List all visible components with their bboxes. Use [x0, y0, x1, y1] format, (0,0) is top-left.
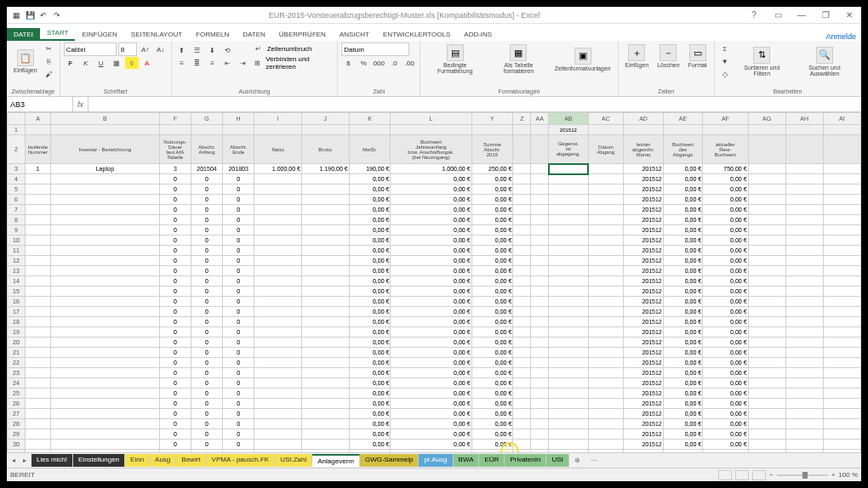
cell[interactable]: 1	[25, 164, 50, 174]
zoom-out-icon[interactable]: −	[769, 471, 774, 479]
col-header-H[interactable]: H	[223, 113, 254, 125]
col-header-AA[interactable]: AA	[531, 113, 549, 125]
minimize-icon[interactable]: —	[790, 7, 814, 24]
indent-right-icon[interactable]: ⇥	[237, 57, 250, 69]
col-header-AC[interactable]: AC	[588, 113, 624, 125]
bold-button[interactable]: F	[64, 57, 77, 69]
decrease-font-icon[interactable]: A↓	[154, 43, 168, 55]
cell[interactable]	[191, 125, 222, 135]
tab-developer[interactable]: ENTWICKLERTOOLS	[376, 28, 457, 41]
tab-start[interactable]: START	[40, 26, 75, 41]
row-header-23[interactable]: 23	[8, 368, 26, 378]
spreadsheet-grid[interactable]: ABFGHIJKLYZAAABACADAEAFAGAHAI12015122lau…	[7, 112, 861, 452]
row-header-17[interactable]: 17	[8, 307, 26, 317]
sheet-tab-einn[interactable]: Einn	[125, 454, 150, 467]
percent-icon[interactable]: %	[357, 57, 370, 69]
font-name-select[interactable]	[64, 43, 117, 56]
row-header-4[interactable]: 4	[8, 174, 26, 184]
col-header-AG[interactable]: AG	[748, 113, 785, 125]
cell[interactable]: 201803	[223, 164, 254, 174]
increase-font-icon[interactable]: A↑	[139, 43, 152, 55]
row-header-19[interactable]: 19	[8, 327, 26, 338]
align-center-icon[interactable]: ≣	[191, 57, 204, 69]
name-box[interactable]: AB3	[7, 97, 73, 111]
paste-button[interactable]: 📋 Einfügen	[10, 48, 41, 75]
cell[interactable]	[301, 125, 349, 135]
tab-data[interactable]: DATEN	[236, 28, 272, 41]
format-cells-button[interactable]: ▭Format	[685, 43, 711, 70]
table-header[interactable]: BuchwertJahresanfangbzw. Anschaffungsk.(…	[391, 135, 471, 164]
cell[interactable]: 1.000,00 €	[254, 164, 302, 174]
number-format-select[interactable]	[341, 43, 409, 56]
row-header-31[interactable]: 31	[8, 450, 26, 453]
cell[interactable]: 190,00 €	[349, 164, 391, 174]
row-header-21[interactable]: 21	[8, 348, 26, 358]
align-bottom-icon[interactable]: ⬇	[206, 44, 220, 56]
cell[interactable]	[51, 125, 160, 135]
col-header-I[interactable]: I	[254, 113, 302, 125]
table-header[interactable]: Gegenst.istabgegang.	[549, 135, 588, 164]
insert-cells-button[interactable]: ＋Einfügen	[622, 43, 653, 70]
increase-decimal-icon[interactable]: .0	[387, 57, 401, 69]
cell[interactable]	[624, 125, 663, 135]
row-header-22[interactable]: 22	[8, 358, 26, 368]
indent-left-icon[interactable]: ⇤	[221, 57, 235, 69]
undo-icon[interactable]: ↶	[37, 9, 49, 21]
zoom-in-icon[interactable]: +	[831, 471, 836, 479]
row-header-28[interactable]: 28	[8, 419, 26, 429]
copy-icon[interactable]: ⎘	[43, 55, 56, 67]
sheet-tab-bwa[interactable]: BWA	[454, 454, 480, 467]
table-header[interactable]: BuchwertdesAbgangs	[663, 135, 702, 164]
row-header-8[interactable]: 8	[8, 215, 26, 225]
row-header-29[interactable]: 29	[8, 429, 26, 440]
cut-icon[interactable]: ✂	[43, 43, 56, 54]
sheet-tab-pr-ausg[interactable]: pr.Ausg	[419, 454, 453, 467]
cell[interactable]: 201504	[191, 164, 222, 174]
row-header-26[interactable]: 26	[8, 399, 26, 409]
row-header-3[interactable]: 3	[8, 164, 26, 174]
table-header[interactable]: Netto	[254, 135, 302, 164]
row-header-6[interactable]: 6	[8, 195, 26, 205]
sheet-tab-ust-zahl[interactable]: USt.Zahl	[275, 454, 312, 467]
align-right-icon[interactable]: ≡	[206, 57, 220, 69]
cell[interactable]	[349, 125, 391, 135]
col-header-Z[interactable]: Z	[513, 113, 531, 125]
cell[interactable]: 201512	[624, 164, 663, 174]
table-header[interactable]: DatumAbgang	[588, 135, 624, 164]
cell[interactable]	[254, 125, 302, 135]
tab-formulas[interactable]: FORMELN	[189, 28, 236, 41]
cell[interactable]	[703, 125, 748, 135]
cell[interactable]	[748, 125, 785, 135]
cell[interactable]: 201512	[549, 125, 588, 135]
col-header-G[interactable]: G	[191, 113, 222, 125]
table-header[interactable]: aktuellerRest-Buchwert	[703, 135, 748, 164]
align-middle-icon[interactable]: ☰	[191, 44, 204, 56]
cell[interactable]: 1.000,00 €	[391, 164, 471, 174]
align-top-icon[interactable]: ⬆	[175, 44, 189, 56]
tab-review[interactable]: ÜBERPRÜFEN	[272, 28, 333, 41]
row-header-27[interactable]: 27	[8, 409, 26, 419]
row-header-24[interactable]: 24	[8, 378, 26, 389]
row-header-16[interactable]: 16	[8, 297, 26, 307]
row-header-15[interactable]: 15	[8, 287, 26, 297]
col-header-AE[interactable]: AE	[663, 113, 702, 125]
sheet-tab-gwg-sammelp[interactable]: GWG-Sammelp	[360, 454, 419, 467]
col-header-K[interactable]: K	[349, 113, 391, 125]
table-header[interactable]: letzterabgeschr.Monat	[624, 135, 663, 164]
cell[interactable]	[391, 125, 471, 135]
fill-color-icon[interactable]: ◊	[125, 57, 139, 69]
col-header-A[interactable]: A	[25, 113, 50, 125]
sheet-tab-e-r[interactable]: EÜR	[479, 454, 505, 467]
fill-icon[interactable]: ▼	[718, 55, 732, 67]
maximize-icon[interactable]: ❐	[814, 7, 837, 24]
table-header[interactable]: Brutto	[301, 135, 349, 164]
decrease-decimal-icon[interactable]: .00	[403, 57, 416, 69]
col-header-AH[interactable]: AH	[785, 113, 823, 125]
normal-view-icon[interactable]	[718, 470, 732, 480]
cell[interactable]: 750,00 €	[703, 164, 748, 174]
more-sheets-icon[interactable]: ⋯	[585, 455, 602, 466]
cell[interactable]: 3	[159, 164, 191, 174]
col-header-L[interactable]: L	[391, 113, 471, 125]
page-break-view-icon[interactable]	[752, 470, 766, 480]
row-header-1[interactable]: 1	[8, 125, 26, 135]
